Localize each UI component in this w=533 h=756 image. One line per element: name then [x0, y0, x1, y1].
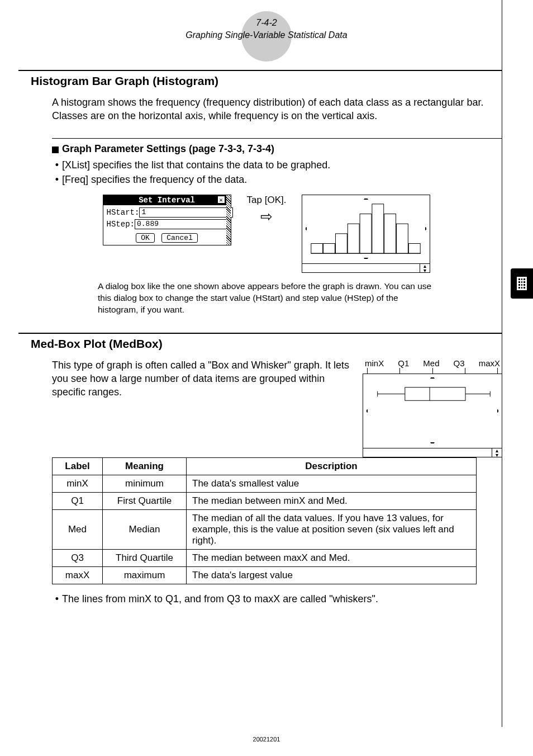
table-row: Q3Third QuartileThe median between maxX …	[53, 549, 477, 566]
svg-rect-4	[311, 243, 323, 253]
svg-marker-14	[430, 377, 435, 379]
dialog-scroll-track	[226, 195, 231, 245]
svg-rect-10	[384, 214, 396, 253]
ok-button[interactable]: OK	[136, 233, 155, 243]
histogram-caption: A dialog box like the one shown above ap…	[98, 281, 435, 316]
table-row: MedMedianThe median of all the data valu…	[53, 509, 477, 549]
page-right-rule	[502, 0, 502, 727]
cell-meaning: First Quartile	[103, 492, 187, 509]
graph-params-subhead-text: Graph Parameter Settings (page 7-3-3, 7-…	[62, 143, 274, 154]
cell-label: Q1	[53, 492, 103, 509]
tap-ok-text: Tap [OK].	[247, 195, 287, 205]
medbox-table: Label Meaning Description minXminimumThe…	[52, 457, 477, 584]
svg-marker-3	[425, 227, 426, 230]
cell-meaning: minimum	[103, 475, 187, 492]
medbox-figure: minX Q1 Med Q3 maxX	[363, 358, 502, 457]
label-q1: Q1	[398, 358, 409, 368]
cell-label: Q3	[53, 549, 103, 566]
hstep-input[interactable]	[135, 219, 229, 229]
label-minx: minX	[365, 358, 384, 368]
th-label: Label	[53, 457, 103, 475]
histogram-plot	[306, 199, 426, 259]
svg-rect-8	[360, 214, 372, 253]
arrow-right-icon: ⇨	[247, 208, 287, 225]
whisker-note-text: The lines from minX to Q1, and from Q3 t…	[62, 593, 378, 605]
svg-marker-2	[306, 227, 307, 230]
cell-label: maxX	[53, 566, 103, 584]
hstart-label: HStart:	[107, 208, 140, 217]
page-reference: 7-4-2	[31, 17, 502, 29]
bullet-xlist: [XList] specifies the list that contains…	[62, 158, 330, 172]
svg-rect-6	[336, 234, 348, 253]
histogram-intro: A histogram shows the frequency (frequen…	[52, 96, 502, 123]
close-icon[interactable]: ✕	[217, 196, 225, 204]
bullet-dot: •	[52, 158, 62, 172]
screen-statusbar	[302, 263, 420, 272]
page-subtitle: Graphing Single-Variable Statistical Dat…	[31, 29, 502, 41]
svg-rect-12	[409, 243, 421, 253]
cell-label: Med	[53, 509, 103, 549]
bullet-dot: •	[52, 593, 62, 605]
set-interval-dialog: Set Interval ✕ HStart: HStep: OK Cancel	[103, 195, 231, 245]
cell-desc: The median of all the data values. If yo…	[187, 509, 477, 549]
section-rule	[18, 333, 502, 334]
medbox-heading: Med-Box Plot (MedBox)	[31, 337, 502, 351]
cell-desc: The median between minX and Med.	[187, 492, 477, 509]
cell-label: minX	[53, 475, 103, 492]
cell-desc: The data's largest value	[187, 566, 477, 584]
table-row: maxXmaximumThe data's largest value	[53, 566, 477, 584]
dialog-title: Set Interval ✕	[103, 195, 231, 205]
svg-marker-15	[430, 442, 435, 443]
svg-marker-17	[497, 409, 498, 413]
cancel-button[interactable]: Cancel	[161, 233, 198, 243]
bullet-dot: •	[52, 173, 62, 187]
svg-rect-7	[348, 224, 360, 253]
resize-icon[interactable]: ▴▾	[420, 263, 430, 272]
footer-code: 20021201	[0, 736, 533, 743]
sub-rule	[52, 138, 502, 139]
bullet-freq: [Freq] specifies the frequency of the da…	[62, 173, 247, 187]
svg-marker-1	[364, 258, 369, 259]
medbox-intro: This type of graph is often called a "Bo…	[52, 358, 351, 399]
svg-rect-5	[323, 243, 335, 253]
whisker-note: • The lines from minX to Q1, and from Q3…	[52, 593, 502, 605]
table-row: minXminimumThe data's smallest value	[53, 475, 477, 492]
bullet-row: • [Freq] specifies the frequency of the …	[52, 173, 502, 187]
medbox-screen: ▴▾	[363, 374, 502, 457]
section-rule	[18, 70, 502, 71]
square-bullet-icon	[52, 147, 59, 153]
label-q3: Q3	[454, 358, 465, 368]
dialog-title-text: Set Interval	[139, 196, 195, 205]
th-description: Description	[187, 457, 477, 475]
histogram-heading: Histogram Bar Graph (Histogram)	[31, 74, 502, 88]
th-meaning: Meaning	[103, 457, 187, 475]
cell-meaning: Median	[103, 509, 187, 549]
label-maxx: maxX	[479, 358, 500, 368]
hstart-input[interactable]	[139, 207, 233, 218]
resize-icon[interactable]: ▴▾	[492, 448, 502, 457]
histogram-screen: ▴▾	[302, 195, 430, 273]
svg-rect-20	[405, 387, 465, 400]
cell-desc: The data's smallest value	[187, 475, 477, 492]
svg-rect-9	[372, 204, 384, 253]
graph-params-subhead: Graph Parameter Settings (page 7-3-3, 7-…	[52, 143, 502, 155]
tap-ok-label: Tap [OK]. ⇨	[247, 195, 287, 225]
hstep-label: HStep:	[107, 220, 135, 229]
medbox-plot	[367, 377, 498, 443]
bullet-row: • [XList] specifies the list that contai…	[52, 158, 502, 172]
svg-rect-11	[397, 224, 408, 253]
cell-meaning: maximum	[103, 566, 187, 584]
svg-marker-0	[364, 199, 369, 200]
screen-statusbar	[363, 448, 492, 457]
cell-meaning: Third Quartile	[103, 549, 187, 566]
calculator-tab-icon[interactable]	[511, 268, 533, 299]
page-header: 7-4-2 Graphing Single-Variable Statistic…	[31, 17, 502, 42]
label-med: Med	[423, 358, 439, 368]
table-row: Q1First QuartileThe median between minX …	[53, 492, 477, 509]
cell-desc: The median between maxX and Med.	[187, 549, 477, 566]
svg-marker-16	[367, 409, 368, 413]
